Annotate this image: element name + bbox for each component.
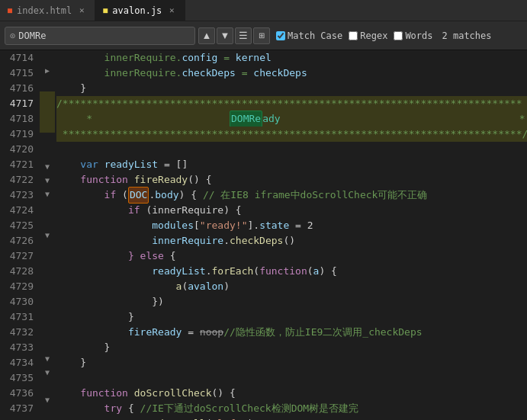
g4727[interactable]: ▼ [40,229,55,242]
ln-4738: 4738 [8,416,34,420]
ln-4724: 4724 [8,203,34,218]
g4730 [40,270,55,284]
ln-4731: 4731 [8,309,34,325]
regex-option[interactable]: Regex [349,30,387,41]
ln-4736: 4736 [8,386,34,401]
tab-close-avalon[interactable]: ✕ [166,5,177,16]
g4723[interactable]: ▼ [40,174,55,188]
editor: 4714 4715 4716 4717 4718 4719 4720 4721 … [0,50,527,420]
tab-bar: ■ index.html ✕ ■ avalon.js ✕ [0,0,527,21]
code-lines[interactable]: innerRequire.config = kernel innerRequir… [53,50,527,420]
line-4729: a(avalon) [56,279,527,294]
line-4732: fireReady = noop​//隐性函数，防止IE9二次调用_checkD… [56,325,527,340]
ln-4715: 4715 [8,66,34,81]
ln-4734: 4734 [8,355,34,370]
ln-4730: 4730 [8,294,34,309]
ln-4721: 4721 [8,157,34,172]
ln-4733: 4733 [8,340,34,355]
g4731 [40,283,55,297]
line-4719: ****************************************… [56,127,527,142]
dom-ready-match-1: DOMRe [230,111,262,127]
close-search-button[interactable]: ⊞ [253,27,270,44]
line-4726: innerRequire.checkDeps() [56,233,527,248]
line-4718: * DOMReady * [56,111,527,127]
g4739[interactable]: ▼ [40,393,55,406]
ln-4717: 4717 [8,96,34,111]
g4736[interactable]: ▼ [40,351,55,365]
line-numbers: 4714 4715 4716 4717 4718 4719 4720 4721 … [0,50,40,420]
line-4717: /***************************************… [56,96,527,111]
line-4723: if (DOC.body) { // 在IE8 iframe中doScrollC… [56,188,527,203]
match-case-option[interactable]: Match Case [276,30,342,41]
g4716 [40,78,55,91]
ln-4727: 4727 [8,248,34,264]
ln-4732: 4732 [8,325,34,340]
g4721 [40,146,55,160]
list-matches-button[interactable]: ☰ [235,27,252,44]
ln-4720: 4720 [8,142,34,157]
g4720 [40,133,55,146]
ln-4718: 4718 [8,111,34,127]
line-4731: } [56,309,527,325]
g4724[interactable]: ▼ [40,188,55,201]
search-options: Match Case Regex Words 2 matches [276,30,492,41]
ln-4719: 4719 [8,127,34,142]
html-icon: ■ [8,6,12,14]
line-4730: }) [56,294,527,309]
tab-label-avalon: avalon.js [112,5,162,16]
words-option[interactable]: Words [394,30,432,41]
line-4715: innerRequire.checkDeps = checkDeps [56,66,527,81]
g4725 [40,201,55,215]
line-4737: try { //IE下通过doScrollCheck检测DOM树是否建完 [56,401,527,416]
ln-4725: 4725 [8,218,34,233]
g4717 [40,91,55,105]
g4715[interactable]: ▶ [40,64,55,78]
ln-4735: 4735 [8,370,34,386]
line-4724: if (innerRequire) { [56,203,527,218]
regex-label: Regex [360,30,387,41]
g4719 [40,119,55,133]
g4722[interactable]: ▼ [40,160,55,174]
g4729 [40,256,55,270]
tab-close-index[interactable]: ✕ [76,5,87,16]
line-4736: function doScrollCheck() { [56,386,527,401]
tab-avalon-js[interactable]: ■ avalon.js ✕ [95,0,185,21]
words-label: Words [405,30,432,41]
words-checkbox[interactable] [394,31,403,40]
ln-4723: 4723 [8,188,34,203]
g4733 [40,310,55,324]
ln-4726: 4726 [8,233,34,248]
search-icon: ⊙ [10,30,15,41]
ln-4737: 4737 [8,401,34,416]
g4726 [40,215,55,229]
ln-4728: 4728 [8,264,34,279]
code-area: 4714 4715 4716 4717 4718 4719 4720 4721 … [0,50,527,420]
tab-label-index: index.html [17,5,72,16]
js-icon: ■ [103,6,108,14]
ln-4729: 4729 [8,279,34,294]
next-match-button[interactable]: ▼ [217,27,233,44]
line-4734: } [56,355,527,370]
g4740 [40,406,55,420]
line-4733: } [56,340,527,355]
g4732 [40,297,55,310]
doc-match: DOC [128,187,149,204]
match-case-label: Match Case [288,30,342,41]
match-case-checkbox[interactable] [276,31,285,40]
search-input-wrap: ⊙ [5,27,195,45]
ln-4722: 4722 [8,172,34,188]
regex-checkbox[interactable] [349,31,358,40]
fold-gutter: ▶ ▼ ▼ ▼ ▼ ▼ ▼ ▼ [40,50,53,420]
g4738 [40,379,55,393]
line-4735 [56,370,527,386]
search-input[interactable] [18,30,171,41]
tab-index-html[interactable]: ■ index.html ✕ [0,0,95,21]
match-count: 2 matches [442,30,492,41]
prev-match-button[interactable]: ▲ [198,27,215,44]
g4737[interactable]: ▼ [40,365,55,379]
g4728 [40,242,55,256]
line-4738: root.doScroll("left")​ [56,416,527,420]
line-4722: function fireReady() { [56,172,527,188]
g4718 [40,105,55,119]
line-4721: var readyList = []​ [56,157,527,172]
